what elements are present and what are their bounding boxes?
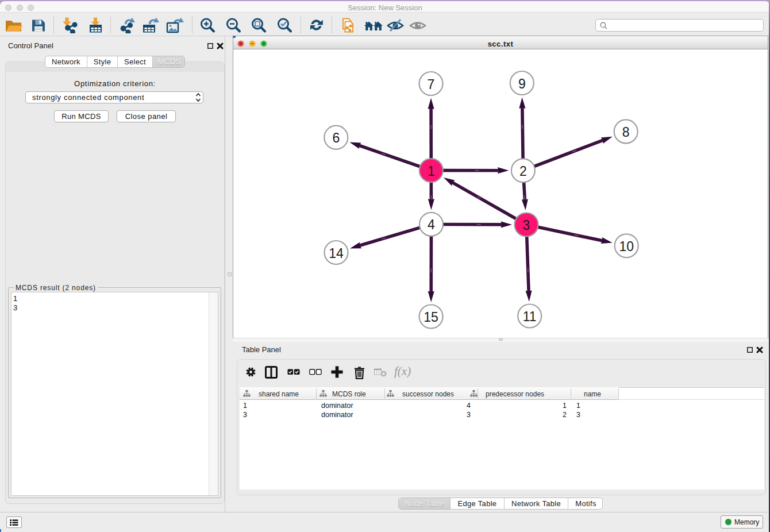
svg-text:11: 11: [523, 309, 537, 324]
svg-text:15: 15: [424, 310, 438, 325]
svg-text:14: 14: [329, 246, 344, 261]
svg-text:3: 3: [523, 218, 530, 233]
svg-text:7: 7: [428, 77, 435, 92]
svg-text:10: 10: [619, 239, 634, 254]
svg-text:4: 4: [428, 217, 435, 232]
svg-text:6: 6: [332, 130, 340, 145]
svg-text:8: 8: [622, 125, 630, 140]
svg-text:1: 1: [428, 164, 435, 179]
svg-text:2: 2: [519, 164, 527, 179]
svg-text:9: 9: [518, 76, 526, 91]
